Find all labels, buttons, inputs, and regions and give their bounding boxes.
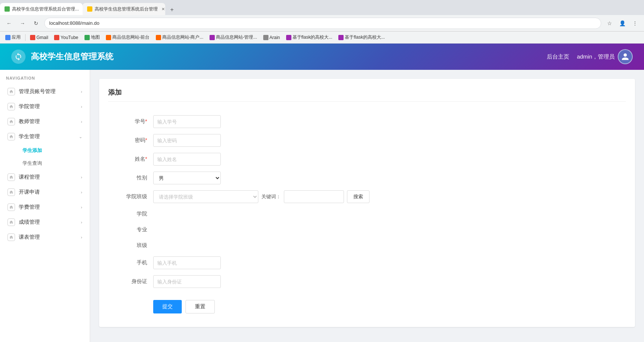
search-button[interactable]: 搜索 (347, 190, 370, 203)
bookmark-youtube[interactable]: YouTube (52, 34, 80, 41)
college-display-cell (153, 208, 626, 220)
forward-button[interactable]: → (17, 18, 28, 29)
sidebar-item-tuition-label: 学费管理 (19, 204, 77, 211)
phone-label: 手机 (108, 255, 153, 271)
name-row: 姓名* (108, 151, 626, 167)
major-display-cell (153, 223, 626, 236)
back-button[interactable]: ← (4, 18, 14, 29)
sidebar-item-teacher[interactable]: 教师管理 › (2, 114, 88, 129)
major-display-field (153, 226, 626, 234)
bookmark-flask2[interactable]: 基于flask的高校大... (336, 33, 387, 41)
college-class-controls: 请选择学院班级 关键词： 搜索 (153, 190, 626, 203)
home-icon-7 (8, 203, 15, 211)
sidebar-item-schedule-label: 课表管理 (19, 234, 77, 241)
class-display-label: 班级 (108, 239, 153, 252)
chevron-icon-7: › (81, 205, 82, 209)
student-id-input-cell (153, 114, 626, 130)
sidebar-item-admin-accounts-label: 管理员账号管理 (19, 88, 77, 95)
sidebar-sub-item-student-query[interactable]: 学生查询 (18, 157, 88, 170)
student-id-required-star: * (145, 118, 147, 124)
sidebar-student-sub: 学生添加 学生查询 (0, 144, 90, 170)
home-icon-5 (8, 173, 15, 181)
name-input-cell (153, 151, 626, 167)
chevron-icon-3: › (81, 119, 82, 124)
bookmark-maps[interactable]: 地图 (82, 33, 102, 41)
sidebar-item-grades[interactable]: 成绩管理 › (2, 215, 88, 230)
bookmark-separator-1 (25, 34, 26, 41)
refresh-button[interactable]: ↻ (31, 18, 41, 29)
reset-button[interactable]: 重置 (186, 300, 215, 313)
address-input[interactable]: localhost:8088/main.do (44, 18, 601, 29)
add-student-form: 学号* 密码* (108, 111, 626, 318)
id-card-input[interactable] (153, 275, 221, 288)
home-icon-8 (8, 218, 15, 226)
admin-info: admin，管理员 (577, 49, 633, 64)
bookmark-shop-admin[interactable]: 商品信息网站-管理... (207, 33, 259, 41)
chevron-icon-6: › (81, 190, 82, 194)
bookmark-arain[interactable]: Arain (261, 34, 282, 41)
menu-dots-icon[interactable]: ⋮ (630, 18, 640, 29)
college-display-field (153, 210, 626, 218)
bookmark-gmail[interactable]: Gmail (28, 34, 50, 41)
id-card-row: 身份证 (108, 274, 626, 289)
password-input[interactable] (153, 134, 221, 147)
name-input[interactable] (153, 153, 221, 166)
college-display-row: 学院 (108, 208, 626, 220)
password-required-star: * (145, 137, 147, 143)
address-bar-row: ← → ↻ localhost:8088/main.do ☆ 👤 ⋮ (0, 15, 644, 32)
major-display-label: 专业 (108, 223, 153, 236)
header-left: 高校学生信息管理系统 (11, 50, 113, 64)
gender-input-cell: 男 女 (153, 170, 626, 186)
student-id-input[interactable] (153, 115, 221, 128)
gender-select[interactable]: 男 女 (153, 172, 221, 184)
bookmark-shop-merchant[interactable]: 商品信息网站-商户... (154, 33, 206, 41)
tab-1[interactable]: 高校学生信息管理系统后台管理... ✕ (0, 3, 83, 15)
sidebar-item-open-course[interactable]: 开课申请 › (2, 185, 88, 200)
admin-avatar[interactable] (618, 49, 633, 64)
bookmark-shop-front[interactable]: 商品信息网站-前台 (104, 33, 152, 41)
backend-home-link[interactable]: 后台主页 (547, 53, 569, 60)
college-class-input-cell: 请选择学院班级 关键词： 搜索 (153, 189, 626, 205)
app-container: 高校学生信息管理系统 后台主页 admin，管理员 NAVIGATION 管理员… (0, 44, 644, 342)
bookmark-flask1[interactable]: 基于flask的高校大... (284, 33, 335, 41)
shop-front-icon (106, 35, 111, 40)
sidebar-item-college-label: 学院管理 (19, 103, 77, 110)
bookmark-star-icon[interactable]: ☆ (604, 18, 615, 29)
admin-label: admin，管理员 (577, 53, 615, 60)
sidebar-item-course[interactable]: 课程管理 › (2, 170, 88, 185)
tab-1-label: 高校学生信息管理系统后台管理... (12, 6, 79, 12)
sidebar-item-student-label: 学生管理 (19, 133, 75, 140)
submit-button[interactable]: 提交 (153, 300, 182, 313)
chevron-icon-9: › (81, 235, 82, 240)
browser-profile-icon[interactable]: 👤 (617, 18, 627, 29)
sidebar-item-student[interactable]: 学生管理 ⌄ (2, 129, 88, 144)
sidebar-item-schedule[interactable]: 课表管理 › (2, 230, 88, 245)
bookmark-shop-merchant-label: 商品信息网站-商户... (162, 34, 204, 41)
form-buttons: 提交 重置 (153, 300, 626, 313)
keyword-input[interactable] (284, 190, 344, 203)
chevron-icon-1: › (81, 89, 82, 94)
sidebar-item-teacher-label: 教师管理 (19, 118, 77, 125)
bookmarks-bar: 应用 Gmail YouTube 地图 商品信息网站-前台 商品信息网站-商户.… (0, 32, 644, 44)
arain-icon (263, 35, 268, 40)
tab-2[interactable]: 高校学生信息管理系统后台管理 ✕ (83, 3, 165, 15)
bookmark-apps[interactable]: 应用 (3, 33, 23, 41)
home-icon-3 (8, 118, 15, 125)
home-icon-2 (8, 103, 15, 110)
address-icons: ☆ 👤 ⋮ (604, 18, 640, 29)
phone-input[interactable] (153, 256, 221, 269)
sidebar-item-course-label: 课程管理 (19, 174, 77, 181)
college-class-select[interactable]: 请选择学院班级 (153, 190, 258, 203)
sidebar-item-college[interactable]: 学院管理 › (2, 99, 88, 114)
shop-merchant-icon (156, 35, 161, 40)
tab-1-favicon (5, 6, 10, 12)
home-icon-9 (8, 234, 15, 241)
sidebar-item-admin-accounts[interactable]: 管理员账号管理 › (2, 84, 88, 99)
sidebar-nav-label: NAVIGATION (0, 76, 90, 84)
new-tab-button[interactable]: + (167, 5, 177, 15)
form-buttons-cell: 提交 重置 (153, 292, 626, 315)
sidebar-sub-item-student-add[interactable]: 学生添加 (18, 144, 88, 157)
home-icon-1 (8, 88, 15, 95)
tab-2-close[interactable]: ✕ (161, 7, 165, 12)
sidebar-item-tuition[interactable]: 学费管理 › (2, 200, 88, 215)
